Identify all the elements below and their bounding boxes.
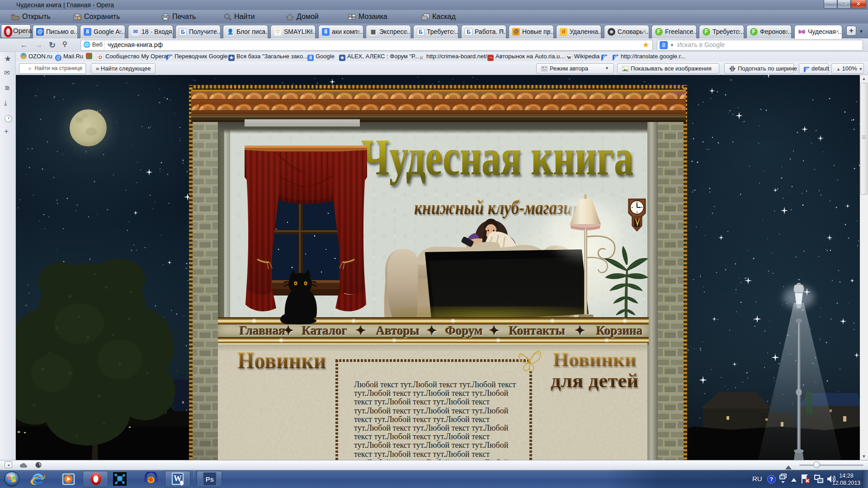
svg-text:Ps: Ps: [206, 475, 214, 483]
svg-text:?: ?: [770, 476, 773, 483]
